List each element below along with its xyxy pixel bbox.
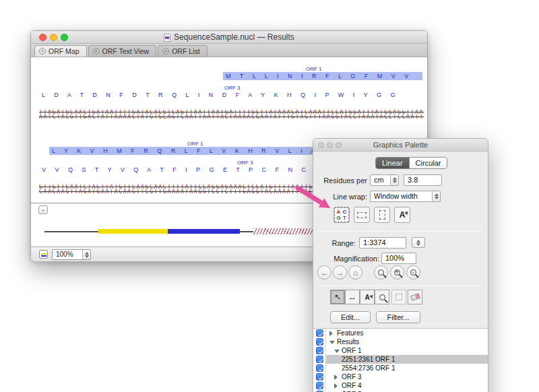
range-field[interactable]: 1:3374: [359, 237, 406, 249]
residues-unit-value: cm: [374, 176, 384, 184]
collapse-overview-button[interactable]: -: [38, 205, 48, 214]
magnifier-minus-icon: -: [410, 269, 416, 275]
edit-button[interactable]: Edit...: [330, 311, 371, 323]
list-item-label: 2554:2736 ORF 1: [342, 364, 395, 372]
checkbox[interactable]: [316, 329, 323, 337]
title-bar[interactable]: SequenceSample.nucl — Results: [31, 31, 427, 44]
disclosure-expanded-icon[interactable]: [334, 350, 340, 353]
zoom-button[interactable]: [336, 142, 342, 148]
list-item[interactable]: 2554:2736 ORF 1: [313, 364, 488, 372]
close-button[interactable]: [39, 34, 46, 41]
unit-stepper[interactable]: [390, 175, 398, 185]
disclosure-expanded-icon[interactable]: [329, 341, 335, 344]
zoom-fit-button[interactable]: [374, 265, 388, 280]
close-button[interactable]: [318, 142, 324, 148]
eraser-tool-button[interactable]: [408, 290, 422, 304]
stepper-down-icon[interactable]: [393, 181, 397, 183]
tab-orf-list[interactable]: ORF List: [158, 45, 207, 57]
stepper-up-icon[interactable]: [393, 177, 397, 180]
move-tool-button[interactable]: ↔: [345, 290, 360, 304]
tab-close-icon[interactable]: [39, 48, 46, 55]
document-icon: [164, 34, 170, 42]
disclosure-collapsed-icon[interactable]: [334, 374, 338, 380]
map-segment-yellow: [98, 229, 168, 234]
list-item[interactable]: ORF 4: [313, 381, 488, 390]
stepper-down-icon[interactable]: [85, 255, 89, 258]
disclosure-collapsed-icon[interactable]: [329, 331, 333, 336]
checkbox[interactable]: [316, 338, 323, 346]
zoom-out-button[interactable]: -: [406, 265, 420, 280]
list-item-label: Features: [337, 329, 363, 337]
residues-per-field[interactable]: 3.8: [404, 174, 442, 186]
minimize-button[interactable]: [327, 142, 333, 148]
map-baseline: [240, 231, 253, 232]
list-item[interactable]: ORF 1: [313, 346, 488, 355]
magnifier-icon: [379, 294, 385, 300]
stepper-up-icon[interactable]: [85, 252, 89, 255]
list-item[interactable]: Features: [313, 329, 488, 337]
window-title: SequenceSample.nucl — Results: [31, 31, 427, 44]
zoom-level-value: 100%: [56, 251, 73, 258]
tab-orf-map[interactable]: ORF Map: [34, 45, 87, 57]
zoom-in-button[interactable]: +: [390, 265, 404, 280]
tab-close-icon[interactable]: [93, 48, 100, 55]
orf3-translation-row[interactable]: V V Q S T Y V Q A T F I P G E T P C F N …: [39, 166, 317, 174]
list-item-label: 2251:2361 ORF 1: [342, 356, 395, 363]
tab-orf-text-view[interactable]: ORF Text View: [88, 45, 157, 57]
dashed-frame-icon: [379, 210, 385, 220]
magnification-field[interactable]: 100%: [381, 253, 416, 264]
checkbox[interactable]: [316, 356, 323, 363]
list-item[interactable]: Results: [313, 337, 488, 346]
list-item[interactable]: ORF 3: [313, 372, 488, 381]
horizontal-arrows-icon: ↔: [348, 292, 356, 302]
chevron-up-icon: [435, 193, 439, 196]
divider: [319, 286, 482, 286]
text-select-tool-button[interactable]: [360, 290, 375, 304]
list-item-label: Results: [337, 338, 359, 346]
overview-map-icon: [39, 250, 48, 259]
orf1-translation-row[interactable]: M T L L I N I R F L G F M V V: [223, 72, 422, 80]
circular-segment[interactable]: Circular: [409, 158, 447, 168]
checkbox[interactable]: [316, 347, 323, 354]
duplicate-tool-button[interactable]: [391, 290, 406, 304]
font-size-button[interactable]: [394, 207, 410, 223]
list-item-selected[interactable]: 2251:2361 ORF 1: [313, 355, 488, 364]
zoom-tool-button[interactable]: [375, 290, 389, 304]
feature-list: Features Results ORF 1 2251:2361 ORF 1 2…: [313, 328, 488, 392]
annotation-arrow: [291, 183, 338, 217]
chevron-down-icon: [435, 197, 439, 199]
residues-unit-combo[interactable]: cm: [370, 174, 399, 186]
orf1-translation-row[interactable]: L Y K V H M F R Q R L F L V K H R V L I …: [49, 147, 332, 155]
tab-bar: ORF Map ORF Text View ORF List: [31, 44, 427, 57]
font-letter-icon: [400, 210, 406, 220]
chevron-down-icon: [416, 243, 420, 246]
tab-close-icon[interactable]: [162, 48, 169, 55]
back-button[interactable]: ←: [317, 265, 331, 280]
magnification-label: Magnification:: [323, 255, 379, 263]
disclosure-collapsed-icon[interactable]: [334, 383, 338, 389]
orf3-label: ORF 3: [224, 85, 241, 91]
forward-button[interactable]: →: [333, 265, 347, 280]
zoom-level-combo[interactable]: 100%: [52, 249, 91, 260]
chevron-up-icon: [416, 240, 420, 242]
line-wrap-dropdown[interactable]: Window width: [370, 191, 441, 202]
zoom-stepper[interactable]: [82, 250, 90, 259]
checkbox[interactable]: [316, 382, 323, 389]
home-button[interactable]: ⌂: [348, 265, 362, 280]
range-history-button[interactable]: [412, 237, 425, 248]
palette-title-bar[interactable]: Graphics Palette: [313, 139, 488, 152]
graphics-palette-window: Graphics Palette Linear Circular Residue…: [313, 138, 488, 392]
orf3-translation-row[interactable]: L D A T D N F D T R Q L I N D F A Y K H …: [39, 91, 420, 99]
checkbox[interactable]: [316, 364, 323, 372]
pointer-tool-button[interactable]: ↖: [330, 290, 345, 304]
forward-arrow-icon: →: [336, 268, 344, 277]
tab-label: ORF Text View: [102, 47, 150, 55]
tall-frame-button[interactable]: [374, 207, 390, 223]
zoom-button[interactable]: [61, 34, 68, 41]
wide-frame-button[interactable]: [354, 207, 370, 223]
linear-segment[interactable]: Linear: [376, 158, 409, 168]
checkbox[interactable]: [316, 373, 323, 381]
filter-button[interactable]: Filter...: [376, 311, 420, 323]
minimize-button[interactable]: [50, 34, 57, 41]
tab-label: ORF List: [172, 47, 199, 55]
